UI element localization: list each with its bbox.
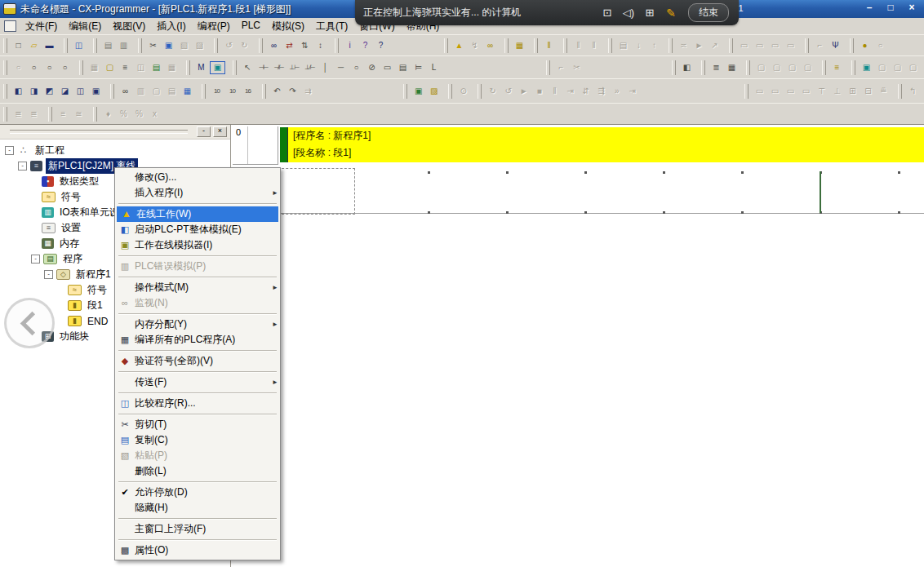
vertical-line-icon[interactable]: │	[318, 61, 332, 74]
toggle-output-window-icon[interactable]: ◨	[27, 85, 41, 98]
menu-compare-program[interactable]: ◫比较程序(R)...	[115, 396, 280, 411]
insert-fb-icon[interactable]: ▢	[801, 61, 815, 74]
toolbar-drag-handle[interactable]	[3, 84, 7, 99]
sim-step-icon[interactable]: ⇥	[563, 85, 577, 98]
ladder-view-icon[interactable]: ▣	[210, 61, 225, 74]
pause-monitor-icon[interactable]: ‖	[542, 39, 556, 52]
menu-properties[interactable]: ▩属性(O)	[115, 543, 280, 558]
menu-copy[interactable]: ▤复制(C)	[115, 432, 280, 448]
io-unit-1-icon[interactable]: ▭	[753, 85, 766, 98]
fb-parameter-icon[interactable]: ⊨	[411, 61, 425, 74]
hex-icon[interactable]: 16	[241, 85, 255, 98]
save-icon[interactable]: ▬	[42, 39, 56, 52]
toolbar-drag-handle[interactable]	[534, 38, 538, 53]
toolbar-drag-handle[interactable]	[262, 84, 266, 99]
print-icon[interactable]: ▤	[101, 39, 115, 52]
program-check-icon[interactable]: ▤	[616, 39, 630, 52]
draw-pen-icon[interactable]: ♦	[101, 108, 115, 121]
io-unit-2-icon[interactable]: ▭	[768, 85, 782, 98]
jump-icon[interactable]: ⇉	[301, 85, 315, 98]
io-table-icon[interactable]: Ψ	[828, 39, 842, 52]
cut-icon[interactable]: ✂	[146, 39, 160, 52]
toolbar-drag-handle[interactable]	[898, 84, 902, 99]
menu-work-online-simulator[interactable]: ▣工作在线模拟器(I)	[115, 237, 280, 253]
upload-from-plc-icon[interactable]: ↑	[647, 39, 661, 52]
simulator-online-icon[interactable]: ∞	[483, 39, 497, 52]
toolbar-drag-handle[interactable]	[608, 38, 612, 53]
doc-ok-icon[interactable]: ▢	[906, 61, 920, 74]
toolbar-drag-handle[interactable]	[546, 60, 550, 75]
toolbar-drag-handle[interactable]	[335, 38, 339, 53]
toolbar-drag-handle[interactable]	[110, 84, 114, 99]
rack-2-icon[interactable]: ⊥	[830, 85, 844, 98]
or-contact-no-icon[interactable]: ⊥⊢	[287, 61, 301, 74]
mdi-child-icon[interactable]	[4, 20, 16, 32]
style-1-icon[interactable]: ≣	[11, 108, 25, 121]
toolbar-drag-handle[interactable]	[3, 60, 7, 75]
menubar-item-编辑[interactable]: 编辑(E)	[63, 18, 107, 35]
menu-hide[interactable]: 隐藏(H)	[115, 500, 280, 516]
list-view-icon[interactable]: ▤	[165, 85, 179, 98]
trim-tool-icon[interactable]: ✂	[570, 61, 584, 74]
collapse-sidebar-button[interactable]	[4, 298, 55, 348]
toolbar-drag-handle[interactable]	[672, 60, 676, 75]
cancel-transfer-icon[interactable]: ↗	[708, 39, 722, 52]
toolbar-drag-handle[interactable]	[79, 60, 83, 75]
minimize-button[interactable]: –	[862, 2, 877, 14]
redo-icon[interactable]: ↻	[238, 39, 251, 52]
delete-fb-icon[interactable]: ▢	[770, 61, 784, 74]
find-icon[interactable]: ∞	[267, 39, 281, 52]
sim-pause-icon[interactable]: ‖	[548, 85, 562, 98]
toggle-watch-window-icon[interactable]: ◩	[42, 85, 56, 98]
sim-continuous-icon[interactable]: ↻	[486, 85, 500, 98]
new-file-icon[interactable]: □	[11, 39, 25, 52]
toolbar-drag-handle[interactable]	[202, 84, 206, 99]
context-help-icon[interactable]: ?	[374, 39, 388, 52]
menu-modify[interactable]: 修改(G)...	[115, 170, 280, 185]
tree-node-project[interactable]: -∴新工程	[0, 143, 230, 158]
zoom-in-icon[interactable]: ○	[42, 61, 56, 74]
help-icon[interactable]: ?	[358, 39, 372, 52]
run-to-end-icon[interactable]: ⇥	[625, 85, 639, 98]
pause-icon[interactable]: ‖	[571, 39, 585, 52]
toolbar-drag-handle[interactable]	[669, 38, 673, 53]
pane-close-button[interactable]: ×	[213, 126, 227, 137]
instruction-box-icon[interactable]: ▭	[380, 61, 394, 74]
calendar-icon[interactable]: ▦	[725, 61, 739, 74]
speaker-icon[interactable]: ◁)	[618, 7, 639, 19]
io-comment-icon[interactable]: ▦	[180, 85, 194, 98]
step-run-icon[interactable]: ⌐	[813, 39, 827, 52]
io-unit-3-icon[interactable]: ▭	[784, 85, 797, 98]
pane-minimize-button[interactable]: -	[197, 126, 211, 137]
align-lines-icon[interactable]: ≡	[56, 108, 70, 121]
zoom-100-icon[interactable]: ○	[58, 61, 72, 74]
close-button[interactable]: ×	[904, 2, 919, 14]
menubar-item-视图[interactable]: 视图(V)	[107, 18, 151, 35]
toolbar-drag-handle[interactable]	[186, 60, 190, 75]
comment-box-icon[interactable]: ▢	[103, 61, 117, 74]
grid-icon[interactable]: ▦	[87, 61, 101, 74]
menubar-item-模拟[interactable]: 模拟(S)	[266, 18, 310, 35]
or-contact-nc-icon[interactable]: ⊥∕⊢	[303, 61, 317, 74]
ladder-editor[interactable]: 0 [程序名 : 新程序1] [段名称 : 段1]	[231, 125, 924, 567]
contact-nc-icon[interactable]: ⊣∕⊢	[272, 61, 286, 74]
erase-icon[interactable]: x	[148, 108, 162, 121]
paste-special-icon[interactable]: ▨	[193, 39, 207, 52]
sim-scan-icon[interactable]: ↺	[501, 85, 515, 98]
expand-box-icon[interactable]: -	[5, 146, 14, 155]
menu-transfer[interactable]: 传送(F)►	[115, 374, 280, 390]
rack-3-icon[interactable]: ⊞	[846, 85, 860, 98]
retrace-icon[interactable]: ↕	[313, 39, 327, 52]
toolbar-drag-handle[interactable]	[850, 38, 854, 53]
toolbar-drag-handle[interactable]	[214, 38, 218, 53]
go-back-icon[interactable]: ↶	[270, 85, 284, 98]
toggle-project-window-icon[interactable]: ◧	[11, 85, 25, 98]
shared-symbols-icon[interactable]: ◫	[134, 61, 148, 74]
rack-5-icon[interactable]: ≞	[877, 85, 891, 98]
toolbar-drag-handle[interactable]	[701, 60, 705, 75]
print-preview-icon[interactable]: ▥	[117, 39, 131, 52]
toolbar-drag-handle[interactable]	[448, 84, 452, 99]
toolbar-drag-handle[interactable]	[563, 38, 567, 53]
menu-start-plc-pt-simulation[interactable]: ◧启动PLC-PT整体模拟(E)	[115, 222, 280, 237]
step-over-icon[interactable]: ⇶	[594, 85, 608, 98]
